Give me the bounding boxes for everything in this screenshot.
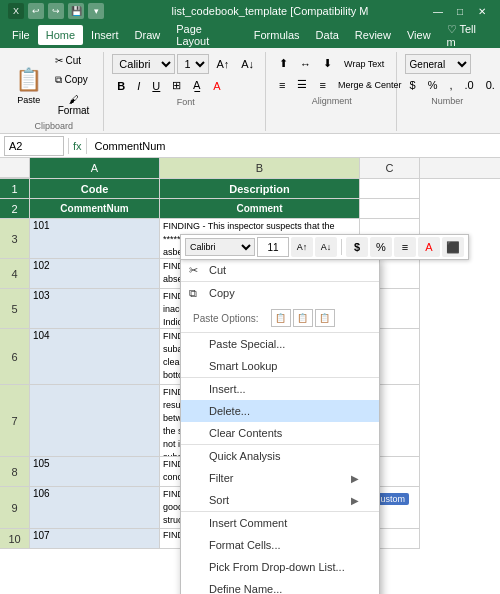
row-header-8[interactable]: 8 xyxy=(0,457,30,487)
context-cut[interactable]: ✂ Cut xyxy=(181,259,379,282)
cell-c2[interactable] xyxy=(360,199,420,219)
formula-input[interactable] xyxy=(91,136,496,156)
context-define-name[interactable]: Define Name... xyxy=(181,578,379,594)
merge-center-button[interactable]: Merge & Center xyxy=(333,75,403,94)
col-header-c[interactable]: C xyxy=(360,158,420,178)
select-all-corner[interactable] xyxy=(0,158,30,178)
col-header-a[interactable]: A xyxy=(30,158,160,178)
row-header-2[interactable]: 2 xyxy=(0,199,30,219)
menu-view[interactable]: View xyxy=(399,25,439,45)
mini-styles[interactable]: ≡ xyxy=(394,237,416,257)
menu-data[interactable]: Data xyxy=(308,25,347,45)
align-left-button[interactable]: ≡ xyxy=(274,75,290,94)
cell-a8[interactable]: 105 xyxy=(30,457,160,487)
row-header-5[interactable]: 5 xyxy=(0,289,30,329)
customize-icon[interactable]: ▾ xyxy=(88,3,104,19)
cut-button[interactable]: ✂ Cut xyxy=(50,52,98,69)
cell-c1[interactable] xyxy=(360,179,420,199)
underline-button[interactable]: U xyxy=(147,77,165,95)
decrease-decimal-button[interactable]: 0. xyxy=(481,76,500,94)
paste-button[interactable]: 📋 Paste xyxy=(10,62,48,110)
font-size-select[interactable]: 11 xyxy=(177,54,209,74)
cell-a10[interactable]: 107 xyxy=(30,529,160,549)
menu-file[interactable]: File xyxy=(4,25,38,45)
row-header-9[interactable]: 9 xyxy=(0,487,30,529)
cell-a4[interactable]: 102 xyxy=(30,259,160,289)
col-header-b[interactable]: B xyxy=(160,158,360,178)
cell-a9[interactable]: 106 xyxy=(30,487,160,529)
bold-button[interactable]: B xyxy=(112,77,130,95)
cell-a1[interactable]: Code xyxy=(30,179,160,199)
menu-draw[interactable]: Draw xyxy=(127,25,169,45)
cell-a5[interactable]: 103 xyxy=(30,289,160,329)
fill-color-button[interactable]: A̲ xyxy=(188,76,206,95)
mini-font-size[interactable] xyxy=(257,237,289,257)
cell-b1[interactable]: Description xyxy=(160,179,360,199)
row-header-10[interactable]: 10 xyxy=(0,529,30,549)
function-button[interactable]: fx xyxy=(73,140,82,152)
context-paste-special[interactable]: Paste Special... xyxy=(181,333,379,355)
increase-font-button[interactable]: A↑ xyxy=(211,55,234,73)
decrease-font-button[interactable]: A↓ xyxy=(236,55,259,73)
context-insert-comment[interactable]: Insert Comment xyxy=(181,512,379,534)
mini-bold[interactable]: $ xyxy=(346,237,368,257)
paste-opt-2[interactable]: 📋 xyxy=(293,309,313,327)
menu-review[interactable]: Review xyxy=(347,25,399,45)
menu-page-layout[interactable]: Page Layout xyxy=(168,19,246,51)
row-header-3[interactable]: 3 xyxy=(0,219,30,259)
wrap-text-button[interactable]: Wrap Text xyxy=(339,54,389,73)
menu-tell-me[interactable]: ♡ Tell m xyxy=(439,19,496,52)
undo-icon[interactable]: ↩ xyxy=(28,3,44,19)
context-smart-lookup[interactable]: Smart Lookup xyxy=(181,355,379,378)
currency-button[interactable]: $ xyxy=(405,76,421,94)
mini-percent[interactable]: % xyxy=(370,237,392,257)
border-button[interactable]: ⊞ xyxy=(167,76,186,95)
redo-icon[interactable]: ↪ xyxy=(48,3,64,19)
maximize-button[interactable]: □ xyxy=(450,3,470,19)
italic-button[interactable]: I xyxy=(132,77,145,95)
save-icon[interactable]: 💾 xyxy=(68,3,84,19)
increase-decimal-button[interactable]: .0 xyxy=(460,76,479,94)
row-header-4[interactable]: 4 xyxy=(0,259,30,289)
context-sort[interactable]: Sort ▶ xyxy=(181,489,379,512)
minimize-button[interactable]: — xyxy=(428,3,448,19)
mini-font-color[interactable]: A xyxy=(418,237,440,257)
font-color-button[interactable]: A xyxy=(208,77,225,95)
cell-b2[interactable]: Comment xyxy=(160,199,360,219)
menu-formulas[interactable]: Formulas xyxy=(246,25,308,45)
context-insert[interactable]: Insert... xyxy=(181,378,379,400)
context-clear-contents[interactable]: Clear Contents xyxy=(181,422,379,445)
menu-home[interactable]: Home xyxy=(38,25,83,45)
paste-opt-1[interactable]: 📋 xyxy=(271,309,291,327)
context-delete[interactable]: Delete... xyxy=(181,400,379,422)
mini-fill[interactable]: ⬛ xyxy=(442,237,464,257)
mini-decrease-font[interactable]: A↓ xyxy=(315,237,337,257)
cell-a2[interactable]: CommentNum xyxy=(30,199,160,219)
comma-button[interactable]: , xyxy=(444,76,457,94)
menu-insert[interactable]: Insert xyxy=(83,25,127,45)
format-painter-button[interactable]: 🖌 Format xyxy=(50,91,98,119)
context-filter[interactable]: Filter ▶ xyxy=(181,467,379,489)
context-pick-dropdown[interactable]: Pick From Drop-down List... xyxy=(181,556,379,578)
number-format-select[interactable]: General xyxy=(405,54,471,74)
mini-increase-font[interactable]: A↑ xyxy=(291,237,313,257)
cell-reference-input[interactable] xyxy=(4,136,64,156)
paste-opt-3[interactable]: 📋 xyxy=(315,309,335,327)
row-header-7[interactable]: 7 xyxy=(0,385,30,457)
font-name-select[interactable]: Calibri xyxy=(112,54,175,74)
cell-a7[interactable] xyxy=(30,385,160,457)
align-center-button[interactable]: ☰ xyxy=(292,75,312,94)
align-top-button[interactable]: ⬆ xyxy=(274,54,293,73)
cell-a3[interactable]: 101 xyxy=(30,219,160,259)
align-bottom-button[interactable]: ⬇ xyxy=(318,54,337,73)
copy-button[interactable]: ⧉ Copy xyxy=(50,71,98,89)
percent-button[interactable]: % xyxy=(423,76,443,94)
align-middle-button[interactable]: ↔ xyxy=(295,54,316,73)
context-format-cells[interactable]: Format Cells... xyxy=(181,534,379,556)
context-copy[interactable]: ⧉ Copy xyxy=(181,282,379,304)
context-quick-analysis[interactable]: Quick Analysis xyxy=(181,445,379,467)
row-header-6[interactable]: 6 xyxy=(0,329,30,385)
close-button[interactable]: ✕ xyxy=(472,3,492,19)
cell-a6[interactable]: 104 xyxy=(30,329,160,385)
mini-font-select[interactable]: Calibri xyxy=(185,238,255,256)
